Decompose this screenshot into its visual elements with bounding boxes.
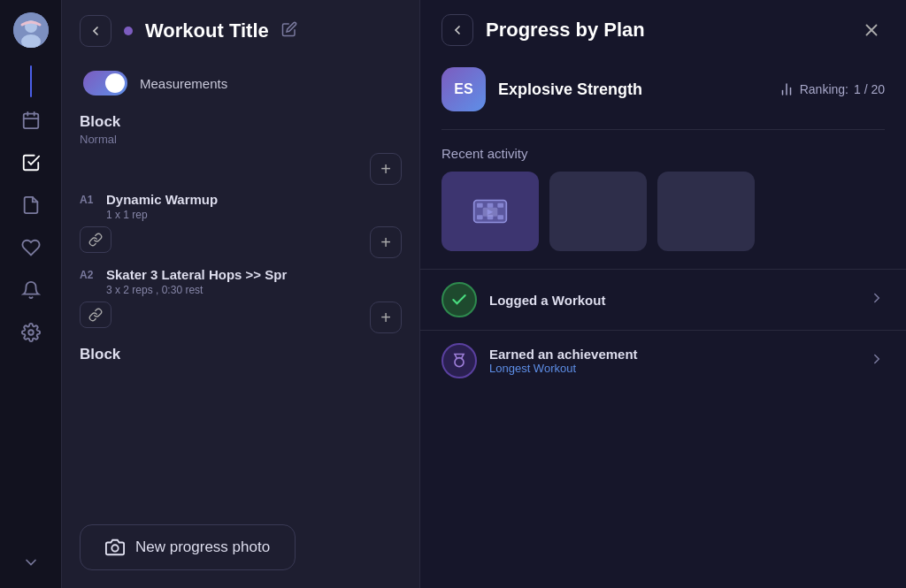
sidebar-expand-button[interactable] (22, 554, 40, 576)
svg-rect-19 (477, 215, 483, 219)
plan-ranking: Ranking: 1 / 20 (779, 81, 885, 97)
ranking-label: Ranking: (800, 82, 848, 96)
film-strip-icon (472, 195, 508, 227)
svg-rect-21 (497, 215, 503, 219)
block-2-title: Block (80, 346, 402, 363)
edit-icon[interactable] (281, 21, 297, 42)
exercise-a2-name[interactable]: Skater 3 Lateral Hops >> Spr (106, 267, 287, 282)
bottom-bar: New progress photo (80, 524, 296, 570)
svg-rect-16 (477, 203, 483, 208)
svg-rect-3 (23, 114, 38, 129)
svg-point-7 (28, 330, 34, 335)
avatar[interactable] (13, 12, 49, 48)
exercise-a2-index: A2 (80, 269, 97, 281)
main-content: Workout Title Measurements Block Normal … (62, 0, 419, 588)
sidebar-active-indicator (30, 65, 32, 97)
panel-header: Progress by Plan (420, 0, 906, 60)
logged-workout-title: Logged a Workout (489, 293, 856, 308)
medal-icon (450, 352, 468, 370)
exercise-a1-index: A1 (80, 194, 97, 206)
right-panel: Progress by Plan ES Explosive Strength R… (419, 0, 906, 588)
exercise-a1: A1 Dynamic Warmup 1 x 1 rep (80, 192, 402, 221)
photo-thumb-3[interactable] (657, 172, 755, 251)
workout-content: Measurements Block Normal + A1 Dynamic W… (62, 62, 419, 588)
activity-logged-workout[interactable]: Logged a Workout (420, 269, 906, 330)
achievement-title: Earned an achievement (489, 347, 856, 362)
link-a1-button[interactable] (80, 226, 111, 253)
photo-thumb-2[interactable] (549, 172, 647, 251)
block-2: Block (80, 346, 402, 363)
ranking-icon (779, 81, 795, 97)
camera-icon (105, 538, 125, 557)
measurements-label: Measurements (140, 76, 227, 91)
block-1-subtitle: Normal (80, 133, 402, 146)
toggle-thumb (105, 73, 125, 93)
logged-workout-chevron (869, 290, 885, 310)
sidebar-item-calendar[interactable] (13, 103, 49, 138)
plan-name: Explosive Strength (498, 80, 766, 99)
ranking-value: 1 / 20 (854, 82, 885, 96)
sidebar-item-document[interactable] (13, 187, 49, 223)
back-button[interactable] (80, 15, 111, 47)
svg-rect-18 (497, 203, 503, 208)
topbar: Workout Title (62, 0, 419, 62)
sidebar-item-notifications[interactable] (13, 272, 49, 308)
add-to-block-1-button[interactable]: + (370, 153, 402, 185)
achievement-chevron (869, 351, 885, 371)
exercise-a2: A2 Skater 3 Lateral Hops >> Spr 3 x 2 re… (80, 267, 402, 296)
close-panel-button[interactable] (858, 17, 885, 43)
exercise-a2-detail: 3 x 2 reps , 0:30 rest (106, 284, 402, 296)
workout-title: Workout Title (145, 19, 269, 42)
plan-info: ES Explosive Strength Ranking: 1 / 20 (420, 60, 906, 129)
block-1: Block Normal + A1 Dynamic Warmup 1 x 1 r… (80, 113, 402, 333)
add-after-a2-button[interactable]: + (370, 302, 402, 333)
plan-icon: ES (441, 67, 486, 111)
svg-point-24 (455, 358, 464, 367)
activity-earned-achievement[interactable]: Earned an achievement Longest Workout (420, 330, 906, 391)
achievement-subtitle: Longest Workout (489, 362, 856, 375)
recent-activity-label: Recent activity (420, 130, 906, 172)
add-after-a1-button[interactable]: + (370, 226, 402, 258)
progress-photo-label: New progress photo (135, 538, 270, 556)
new-progress-photo-button[interactable]: New progress photo (80, 524, 296, 570)
logged-workout-text: Logged a Workout (489, 293, 856, 308)
achievement-text: Earned an achievement Longest Workout (489, 347, 856, 375)
link-a2-button[interactable] (80, 302, 111, 328)
block-1-title: Block (80, 113, 402, 131)
panel-title: Progress by Plan (486, 19, 846, 42)
photo-thumb-1[interactable] (441, 172, 539, 251)
workout-status-dot (124, 27, 133, 35)
sidebar-item-checklist[interactable] (13, 145, 49, 180)
panel-back-button[interactable] (441, 14, 473, 46)
checkmark-icon (450, 291, 468, 309)
svg-rect-17 (488, 203, 494, 208)
measurements-toggle[interactable] (83, 71, 127, 95)
sidebar (0, 0, 62, 588)
sidebar-item-settings[interactable] (13, 315, 49, 350)
svg-point-8 (111, 545, 118, 551)
activity-photos (420, 172, 906, 269)
achievement-icon-wrap (441, 343, 477, 378)
sidebar-item-health[interactable] (13, 230, 49, 265)
exercise-a1-detail: 1 x 1 rep (106, 209, 402, 221)
exercise-a1-name[interactable]: Dynamic Warmup (106, 192, 218, 207)
measurements-toggle-row: Measurements (80, 71, 402, 95)
logged-workout-icon-wrap (441, 282, 477, 317)
